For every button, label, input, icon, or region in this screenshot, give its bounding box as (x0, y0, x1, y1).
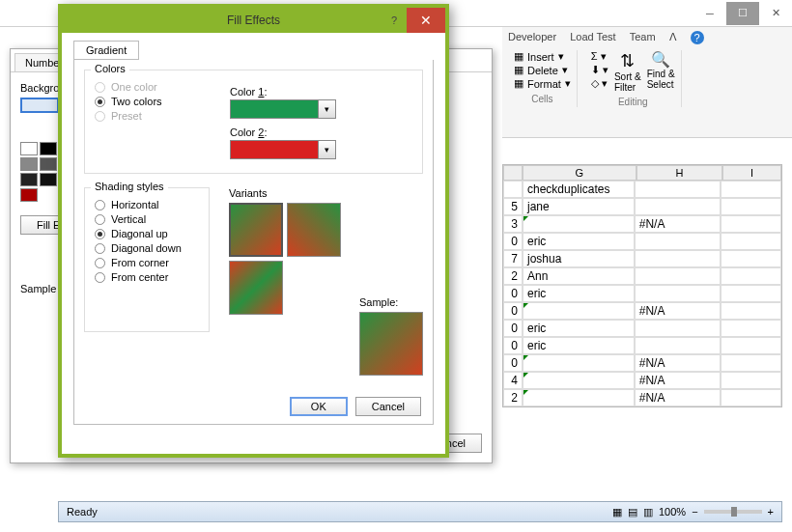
shading-label: Shading styles (91, 181, 168, 192)
color2-label: Color 2: (230, 126, 336, 138)
table-row[interactable]: 0#N/A (503, 354, 781, 372)
close-button[interactable]: ✕ (759, 2, 792, 25)
chevron-down-icon: ▾ (318, 100, 335, 118)
radio-icon (95, 111, 105, 122)
maximize-button[interactable]: ☐ (726, 2, 759, 25)
zoom-slider[interactable] (704, 510, 762, 514)
color2-dropdown[interactable]: ▾ (230, 140, 336, 159)
zoom-out-button[interactable]: − (692, 506, 697, 518)
zoom-level[interactable]: 100% (659, 506, 686, 518)
autosum-button[interactable]: Σ ▾ (591, 50, 608, 63)
cancel-button[interactable]: Cancel (355, 397, 421, 416)
radio-icon (95, 243, 105, 254)
cell[interactable]: checkduplicates (523, 181, 635, 198)
color-swatch[interactable] (40, 173, 57, 186)
variant-3[interactable] (229, 261, 283, 315)
radio-icon (95, 214, 105, 225)
table-row[interactable]: 2Ann (503, 267, 781, 285)
find-select-button[interactable]: 🔍 Find & Select (647, 50, 675, 93)
help-button[interactable]: ? (382, 8, 407, 33)
variants-group: Variants (229, 187, 341, 346)
col-header-g[interactable]: G (523, 165, 636, 181)
format-button[interactable]: ▦ Format ▾ (514, 77, 571, 90)
zoom-in-button[interactable]: + (768, 506, 774, 518)
chevron-down-icon: ▾ (318, 141, 335, 158)
tab-gradient[interactable]: Gradient (73, 41, 139, 60)
fill-button[interactable]: ⬇ ▾ (591, 64, 608, 76)
radio-icon (95, 258, 105, 268)
radio-diagonal-up[interactable]: Diagonal up (95, 228, 199, 239)
view-pagebreak-icon[interactable]: ▥ (643, 506, 653, 518)
table-row[interactable]: 3#N/A (503, 215, 781, 233)
close-button[interactable]: ✕ (407, 8, 445, 33)
no-color-swatch[interactable] (20, 98, 59, 113)
status-bar: Ready ▦ ▤ ▥ 100% − + (58, 501, 782, 522)
table-row[interactable]: 5jane (503, 198, 781, 215)
sample-swatch (359, 312, 423, 376)
ribbon: Developer Load Test Team ᐱ ? ▦ Insert ▾ … (502, 27, 792, 138)
radio-horizontal[interactable]: Horizontal (95, 199, 199, 210)
table-row[interactable]: 7joshua (503, 250, 781, 267)
fill-effects-dialog: Fill Effects ? ✕ Gradient Colors One col… (58, 4, 449, 458)
view-layout-icon[interactable]: ▤ (628, 506, 637, 518)
radio-vertical[interactable]: Vertical (95, 213, 199, 225)
status-ready: Ready (67, 506, 98, 518)
sample-group: Sample: (359, 296, 423, 376)
shading-styles-group: Shading styles HorizontalVerticalDiagona… (84, 187, 210, 332)
fill-effects-titlebar[interactable]: Fill Effects ? ✕ (62, 8, 445, 33)
color-swatch[interactable] (40, 157, 57, 171)
dialog-title: Fill Effects (227, 14, 280, 27)
ribbon-tab-developer[interactable]: Developer (508, 31, 556, 44)
radio-diagonal-down[interactable]: Diagonal down (95, 242, 199, 254)
variant-2[interactable] (287, 203, 341, 257)
table-row[interactable]: 0eric (503, 285, 781, 302)
variant-1[interactable] (229, 203, 283, 257)
view-normal-icon[interactable]: ▦ (612, 506, 622, 518)
table-row[interactable]: 0#N/A (503, 302, 781, 320)
col-header-h[interactable]: H (636, 165, 722, 181)
variants-label: Variants (229, 187, 341, 199)
table-row[interactable]: 0eric (503, 233, 781, 250)
insert-button[interactable]: ▦ Insert ▾ (514, 50, 571, 63)
color1-dropdown[interactable]: ▾ (230, 99, 336, 119)
help-icon[interactable]: ? (691, 31, 704, 44)
clear-button[interactable]: ◇ ▾ (591, 77, 608, 90)
color-swatch[interactable] (20, 142, 38, 155)
radio-icon (95, 97, 105, 107)
ribbon-group-editing: Σ ▾ ⬇ ▾ ◇ ▾ ⇅ Sort & Filter 🔍 Find & Sel… (585, 50, 682, 107)
color-swatch[interactable] (20, 157, 38, 171)
radio-from-center[interactable]: From center (95, 271, 199, 283)
color-swatch[interactable] (20, 188, 38, 202)
radio-from-corner[interactable]: From corner (95, 257, 199, 268)
col-header-blank[interactable] (503, 165, 523, 181)
table-row[interactable]: 2#N/A (503, 389, 781, 406)
ribbon-expand-icon[interactable]: ᐱ (669, 31, 677, 44)
col-header-i[interactable]: I (722, 165, 781, 181)
ribbon-tab-team[interactable]: Team (630, 31, 656, 44)
radio-icon (95, 200, 105, 210)
ribbon-tab-loadtest[interactable]: Load Test (570, 31, 616, 44)
minimize-button[interactable]: ─ (693, 2, 726, 25)
ribbon-group-cells: ▦ Insert ▾ ▦ Delete ▾ ▦ Format ▾ Cells (508, 50, 578, 107)
radio-icon (95, 229, 105, 239)
color1-label: Color 1: (230, 86, 336, 98)
delete-button[interactable]: ▦ Delete ▾ (514, 64, 571, 76)
color-swatch[interactable] (20, 173, 38, 186)
color-swatch[interactable] (40, 142, 57, 155)
spreadsheet-grid[interactable]: G H I checkduplicates 5jane3#N/A0eric7jo… (502, 164, 782, 407)
radio-icon (95, 272, 105, 283)
table-row[interactable]: 4#N/A (503, 372, 781, 389)
group-label-cells: Cells (531, 94, 552, 104)
radio-icon (95, 82, 105, 93)
group-label-editing: Editing (618, 97, 648, 107)
sort-filter-button[interactable]: ⇅ Sort & Filter (614, 50, 641, 93)
table-row[interactable]: 0eric (503, 337, 781, 354)
table-row[interactable]: 0eric (503, 320, 781, 337)
sample-label: Sample: (359, 296, 423, 308)
colors-group-label: Colors (91, 63, 129, 74)
colors-group: Colors One color Two colors Preset Color… (84, 70, 423, 174)
ok-button[interactable]: OK (290, 397, 348, 416)
